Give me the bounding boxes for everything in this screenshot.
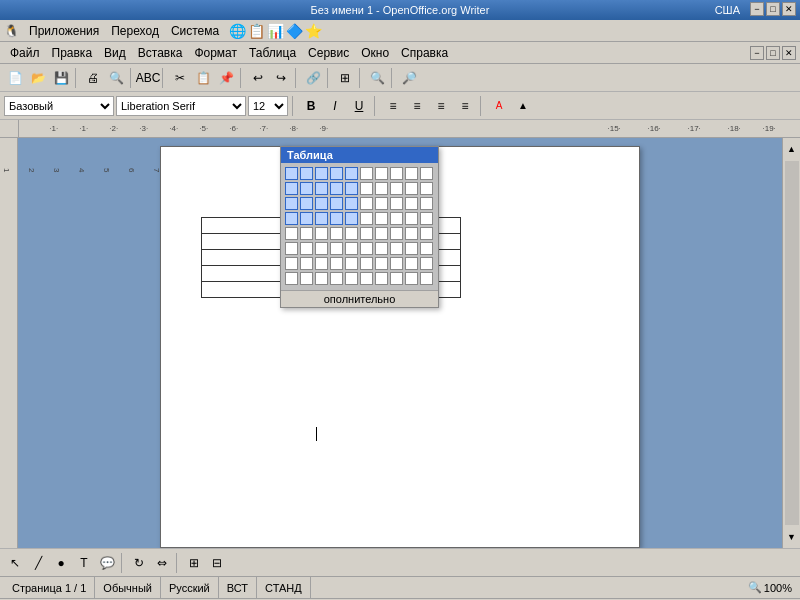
grid-cell[interactable] — [285, 167, 298, 180]
grid-cell[interactable] — [300, 257, 313, 270]
grid-cell[interactable] — [345, 212, 358, 225]
grid-cell[interactable] — [420, 227, 433, 240]
window-max[interactable]: □ — [766, 46, 780, 60]
cursor-btn[interactable]: ↖ — [4, 552, 26, 574]
grid-cell[interactable] — [300, 197, 313, 210]
underline-button[interactable]: U — [348, 95, 370, 117]
grid-cell[interactable] — [390, 257, 403, 270]
table-cell[interactable] — [202, 282, 288, 298]
grid-cell[interactable] — [345, 272, 358, 285]
grid-cell[interactable] — [285, 212, 298, 225]
grid-cell[interactable] — [345, 167, 358, 180]
grid-cell[interactable] — [390, 167, 403, 180]
grid-cell[interactable] — [345, 257, 358, 270]
grid-cell[interactable] — [405, 167, 418, 180]
grid-cell[interactable] — [315, 212, 328, 225]
bold-button[interactable]: B — [300, 95, 322, 117]
justify-button[interactable]: ≡ — [454, 95, 476, 117]
menu-insert[interactable]: Вставка — [132, 44, 189, 62]
rotate-btn[interactable]: ↻ — [128, 552, 150, 574]
grid-cell[interactable] — [420, 257, 433, 270]
grid-cell[interactable] — [360, 167, 373, 180]
zoom-in-button[interactable]: 🔎 — [398, 67, 420, 89]
grid-cell[interactable] — [390, 272, 403, 285]
table-cell[interactable] — [202, 250, 288, 266]
table-button[interactable]: ⊞ — [334, 67, 356, 89]
grid-cell[interactable] — [285, 257, 298, 270]
grid-cell[interactable] — [390, 227, 403, 240]
grid-cell[interactable] — [330, 227, 343, 240]
redo-button[interactable]: ↪ — [270, 67, 292, 89]
menu-go[interactable]: Переход — [105, 22, 165, 40]
grid-cell[interactable] — [405, 182, 418, 195]
spell-button[interactable]: ABC — [137, 67, 159, 89]
menu-format[interactable]: Формат — [188, 44, 243, 62]
print-preview-button[interactable]: 🔍 — [105, 67, 127, 89]
maximize-button[interactable]: □ — [766, 2, 780, 16]
grid-cell[interactable] — [345, 227, 358, 240]
paste-button[interactable]: 📌 — [215, 67, 237, 89]
new-button[interactable]: 📄 — [4, 67, 26, 89]
text-btn[interactable]: T — [73, 552, 95, 574]
grid-cell[interactable] — [420, 212, 433, 225]
grid-cell[interactable] — [360, 182, 373, 195]
table-cell[interactable] — [202, 234, 288, 250]
grid-cell[interactable] — [330, 182, 343, 195]
undo-button[interactable]: ↩ — [247, 67, 269, 89]
grid-cell[interactable] — [345, 242, 358, 255]
grid-cell[interactable] — [360, 227, 373, 240]
grid-cell[interactable] — [330, 212, 343, 225]
grid-cell[interactable] — [285, 197, 298, 210]
grid-cell[interactable] — [300, 167, 313, 180]
grid-cell[interactable] — [375, 242, 388, 255]
grid-cell[interactable] — [315, 167, 328, 180]
menu-window[interactable]: Окно — [355, 44, 395, 62]
callout-btn[interactable]: 💬 — [96, 552, 118, 574]
grid-cell[interactable] — [375, 227, 388, 240]
copy-button[interactable]: 📋 — [192, 67, 214, 89]
font-color-button[interactable]: A — [488, 95, 510, 117]
grid-cell[interactable] — [345, 197, 358, 210]
selection-mode[interactable]: СТАНД — [257, 577, 311, 598]
window-min[interactable]: − — [750, 46, 764, 60]
grid-cell[interactable] — [405, 272, 418, 285]
table-insert-popup[interactable]: Таблица ополнительно — [280, 146, 439, 308]
grid-cell[interactable] — [360, 242, 373, 255]
grid-cell[interactable] — [390, 197, 403, 210]
close-button[interactable]: ✕ — [782, 2, 796, 16]
table-cell[interactable] — [202, 218, 288, 234]
highlight-button[interactable]: ▲ — [512, 95, 534, 117]
scroll-down-button[interactable]: ▼ — [781, 526, 801, 548]
scroll-up-button[interactable]: ▲ — [781, 138, 801, 160]
align-right-button[interactable]: ≡ — [430, 95, 452, 117]
group-btn[interactable]: ⊞ — [183, 552, 205, 574]
grid-cell[interactable] — [345, 182, 358, 195]
grid-cell[interactable] — [315, 242, 328, 255]
grid-cell[interactable] — [315, 272, 328, 285]
menu-table[interactable]: Таблица — [243, 44, 302, 62]
grid-cell[interactable] — [285, 182, 298, 195]
align-left-button[interactable]: ≡ — [382, 95, 404, 117]
grid-cell[interactable] — [375, 212, 388, 225]
grid-cell[interactable] — [405, 257, 418, 270]
print-button[interactable]: 🖨 — [82, 67, 104, 89]
grid-cell[interactable] — [330, 242, 343, 255]
grid-cell[interactable] — [375, 197, 388, 210]
table-cell[interactable] — [202, 266, 288, 282]
grid-cell[interactable] — [375, 257, 388, 270]
cut-button[interactable]: ✂ — [169, 67, 191, 89]
align-center-button[interactable]: ≡ — [406, 95, 428, 117]
grid-cell[interactable] — [300, 242, 313, 255]
hyperlink-button[interactable]: 🔗 — [302, 67, 324, 89]
grid-cell[interactable] — [405, 212, 418, 225]
grid-cell[interactable] — [375, 272, 388, 285]
menu-edit[interactable]: Правка — [46, 44, 99, 62]
grid-cell[interactable] — [300, 227, 313, 240]
menu-system[interactable]: Система — [165, 22, 225, 40]
grid-cell[interactable] — [420, 197, 433, 210]
grid-cell[interactable] — [360, 212, 373, 225]
grid-cell[interactable] — [420, 182, 433, 195]
italic-button[interactable]: I — [324, 95, 346, 117]
minimize-button[interactable]: − — [750, 2, 764, 16]
grid-cell[interactable] — [405, 227, 418, 240]
